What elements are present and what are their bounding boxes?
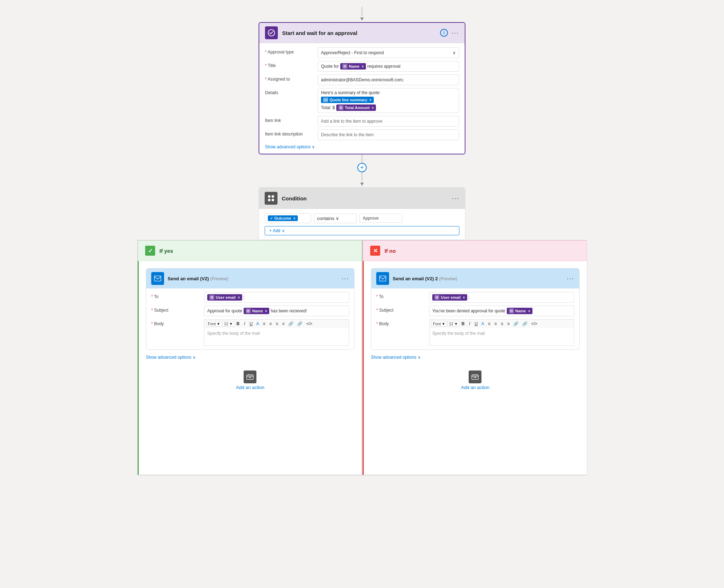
email-to-value-yes[interactable]: ⊟ User email × ; xyxy=(204,292,349,303)
subject-token-close-no[interactable]: × xyxy=(528,309,530,313)
ol-btn-no[interactable]: ≡ xyxy=(493,321,498,327)
code-btn-yes[interactable]: </> xyxy=(305,321,313,327)
underline-btn-yes[interactable]: U xyxy=(248,321,254,327)
assigned-to-value[interactable]: administrator@BASDemo.onmicrosoft.com; xyxy=(318,75,459,85)
email-ellipsis-no[interactable]: ··· xyxy=(567,275,574,282)
name-token[interactable]: ⊟ Name × xyxy=(340,63,366,70)
approval-type-value[interactable]: Approve/Reject - First to respond ∨ xyxy=(318,47,459,58)
approval-type-row: Approval type Approve/Reject - First to … xyxy=(265,47,459,58)
subject-token-close-yes[interactable]: × xyxy=(265,309,267,313)
email-subject-label-yes: Subject xyxy=(151,306,201,313)
outcome-icon: ✓ xyxy=(270,216,273,220)
list-btn-no[interactable]: ≡ xyxy=(486,321,492,327)
underline-btn-no[interactable]: U xyxy=(473,321,479,327)
unlink-btn-yes[interactable]: 🔗 xyxy=(296,321,304,327)
email-to-value-no[interactable]: ⊟ User email × ; xyxy=(429,292,574,303)
yes-icon: ✓ xyxy=(145,246,155,256)
top-arrow-icon: ▼ xyxy=(359,16,365,22)
color-btn-yes[interactable]: A xyxy=(255,321,260,327)
details-line3: Total: $ ⊟ Total Amount × xyxy=(321,104,376,111)
total-amount-token[interactable]: ⊟ Total Amount × xyxy=(336,104,376,111)
add-action-yes[interactable]: Add an action xyxy=(236,370,265,390)
total-amount-close[interactable]: × xyxy=(372,106,374,110)
outcome-field[interactable]: ✓ Outcome × xyxy=(265,213,311,223)
font-select-yes[interactable]: Font ▼ xyxy=(207,321,222,327)
font-select-no[interactable]: Font ▼ xyxy=(432,321,447,327)
title-row: Title Quote for ⊟ Name × requires approv… xyxy=(265,61,459,72)
code-btn-no[interactable]: </> xyxy=(530,321,539,327)
add-action-icon-no xyxy=(469,370,481,383)
to-token-close-no[interactable]: × xyxy=(463,296,465,300)
show-advanced-yes[interactable]: Show advanced options ∨ xyxy=(146,355,196,360)
operator-dropdown[interactable]: contains ∨ xyxy=(314,214,357,223)
font-size-chevron-yes: ▼ xyxy=(229,322,233,326)
align-right-yes[interactable]: ≡ xyxy=(280,321,286,327)
quote-line-close[interactable]: × xyxy=(369,98,372,102)
subject-token-icon-yes: ⊟ xyxy=(246,308,251,313)
unlink-btn-no[interactable]: 🔗 xyxy=(521,321,529,327)
to-token-close-yes[interactable]: × xyxy=(238,296,240,300)
branch-yes-label: If yes xyxy=(159,248,173,254)
svg-rect-2 xyxy=(268,195,270,198)
outcome-close[interactable]: × xyxy=(294,216,296,220)
info-icon[interactable]: i xyxy=(440,29,448,37)
name-token-close[interactable]: × xyxy=(362,65,364,68)
add-action-no[interactable]: Add an action xyxy=(461,370,490,390)
email-ellipsis-yes[interactable]: ··· xyxy=(342,275,349,282)
color-btn-no[interactable]: A xyxy=(480,321,485,327)
condition-header: Condition ··· xyxy=(259,188,465,209)
list-btn-yes[interactable]: ≡ xyxy=(261,321,267,327)
email-body-label-no: Body xyxy=(376,319,426,326)
name-token-icon: ⊟ xyxy=(342,64,347,69)
subject-name-token-no[interactable]: ⊟ Name × xyxy=(507,308,532,314)
bold-btn-yes[interactable]: B xyxy=(235,321,241,327)
outcome-token[interactable]: ✓ Outcome × xyxy=(268,215,298,221)
total-amount-icon: ⊟ xyxy=(338,105,343,110)
condition-ellipsis[interactable]: ··· xyxy=(452,195,459,202)
email-subject-value-no[interactable]: You've been denied approval for quote ⊟ … xyxy=(429,306,574,316)
email-title-yes-container: Send an email (V2) (Preview) xyxy=(168,276,338,281)
page-container: ▼ Start and wait for an approval i ··· xyxy=(0,0,724,588)
approval-header-actions: i ··· xyxy=(440,29,459,37)
link-btn-no[interactable]: 🔗 xyxy=(512,321,520,327)
link-btn-yes[interactable]: 🔗 xyxy=(287,321,295,327)
assigned-to-label: Assigned to xyxy=(265,75,315,82)
title-value[interactable]: Quote for ⊟ Name × requires approval xyxy=(318,61,459,72)
approval-ellipsis[interactable]: ··· xyxy=(452,29,459,37)
approval-body: Approval type Approve/Reject - First to … xyxy=(259,43,465,154)
add-condition-btn[interactable]: + Add ∨ xyxy=(265,226,459,235)
title-prefix: Quote for xyxy=(321,64,339,69)
details-value[interactable]: Here's a summary of the quote: {x} Quote… xyxy=(318,88,459,113)
item-link-desc-value[interactable]: Describe the link to the item xyxy=(318,129,459,140)
email-preview-yes: (Preview) xyxy=(210,276,228,281)
add-between-btn[interactable]: + xyxy=(357,163,367,172)
font-size-chevron-no: ▼ xyxy=(454,322,458,326)
body-area-no[interactable]: Specify the body of the mail xyxy=(429,328,574,346)
show-advanced-approval[interactable]: Show advanced options ∨ xyxy=(265,144,459,149)
font-chevron-yes: ▼ xyxy=(216,322,220,326)
condition-value[interactable]: Approve xyxy=(360,214,402,223)
body-toolbar-no: Font ▼ 12 ▼ B I xyxy=(429,319,574,328)
subject-name-token-yes[interactable]: ⊟ Name × xyxy=(244,308,269,314)
ol-btn-yes[interactable]: ≡ xyxy=(267,321,273,327)
email-subject-value-yes[interactable]: Approval for quote ⊟ Name × has been rec… xyxy=(204,306,349,316)
to-token-no[interactable]: ⊟ User email × xyxy=(432,294,467,301)
font-size-select-yes[interactable]: 12 ▼ xyxy=(223,321,234,327)
email-card-no: Send an email (V2) 2 (Preview) ··· To xyxy=(371,268,580,350)
italic-btn-yes[interactable]: I xyxy=(242,321,248,327)
show-advanced-no[interactable]: Show advanced options ∨ xyxy=(371,355,421,360)
operator-chevron: ∨ xyxy=(336,216,339,221)
align-right-no[interactable]: ≡ xyxy=(505,321,511,327)
item-link-value[interactable]: Add a link to the item to approve xyxy=(318,116,459,127)
to-token-yes[interactable]: ⊟ User email × xyxy=(207,294,242,301)
italic-btn-no[interactable]: I xyxy=(467,321,473,327)
email-header-yes: Send an email (V2) (Preview) ··· xyxy=(146,269,354,288)
bold-btn-no[interactable]: B xyxy=(460,321,466,327)
body-area-yes[interactable]: Specify the body of the mail xyxy=(204,328,349,346)
align-left-no[interactable]: ≡ xyxy=(499,321,505,327)
email-header-no: Send an email (V2) 2 (Preview) ··· xyxy=(371,269,579,288)
assigned-to-row: Assigned to administrator@BASDemo.onmicr… xyxy=(265,75,459,85)
align-left-yes[interactable]: ≡ xyxy=(274,321,280,327)
font-size-select-no[interactable]: 12 ▼ xyxy=(448,321,459,327)
quote-line-token[interactable]: {x} Quote line summary × xyxy=(321,97,374,103)
